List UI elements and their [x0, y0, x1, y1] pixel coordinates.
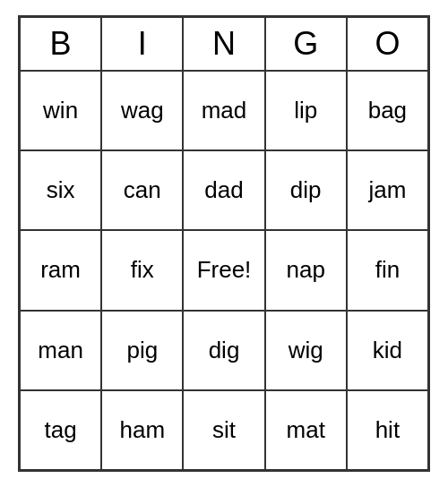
cell-r4-c3: mat [265, 390, 347, 470]
cell-r3-c2: dig [183, 311, 264, 390]
cell-r3-c1: pig [101, 311, 183, 390]
header-cell: G [265, 17, 347, 71]
cell-r0-c2: mad [183, 71, 264, 150]
cell-r1-c1: can [101, 150, 183, 230]
cell-r2-c0: ram [20, 230, 101, 310]
header-cell: B [20, 17, 101, 71]
cell-r2-c1: fix [101, 230, 183, 310]
cell-r1-c0: six [20, 150, 101, 230]
cell-r0-c0: win [20, 71, 101, 150]
cell-r4-c1: ham [101, 390, 183, 470]
cell-r1-c2: dad [183, 150, 264, 230]
cell-r0-c3: lip [265, 71, 347, 150]
header-cell: O [347, 17, 428, 71]
cell-r2-c4: fin [347, 230, 428, 310]
cell-r2-c2: Free! [183, 230, 264, 310]
cell-r3-c3: wig [265, 311, 347, 390]
cell-r4-c4: hit [347, 390, 428, 470]
header-cell: I [101, 17, 183, 71]
cell-r3-c4: kid [347, 311, 428, 390]
cell-r3-c0: man [20, 311, 101, 390]
cell-r1-c4: jam [347, 150, 428, 230]
cell-r4-c2: sit [183, 390, 264, 470]
bingo-card: BINGOwinwagmadlipbagsixcandaddipjamramfi… [18, 15, 430, 472]
cell-r4-c0: tag [20, 390, 101, 470]
cell-r0-c4: bag [347, 71, 428, 150]
header-cell: N [183, 17, 264, 71]
cell-r0-c1: wag [101, 71, 183, 150]
cell-r1-c3: dip [265, 150, 347, 230]
cell-r2-c3: nap [265, 230, 347, 310]
